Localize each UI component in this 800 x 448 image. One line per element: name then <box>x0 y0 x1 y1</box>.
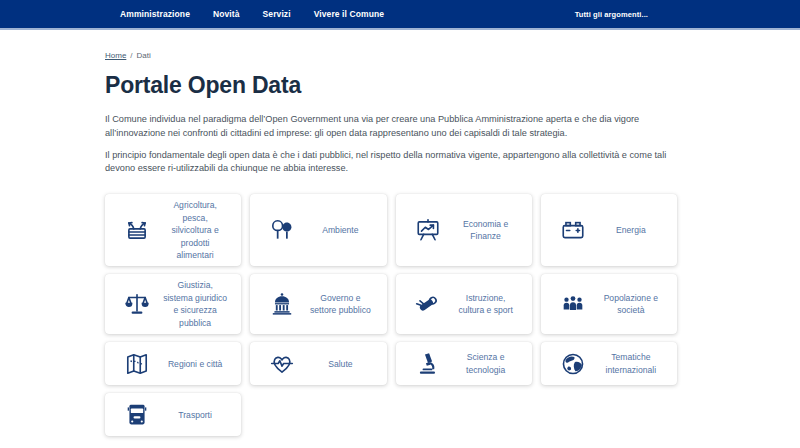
intro-text: Il Comune individua nel paradigma dell’O… <box>105 113 677 176</box>
bus-icon <box>111 402 163 428</box>
scales-icon <box>111 291 163 317</box>
breadcrumb-home-link[interactable]: Home <box>105 51 126 60</box>
intro-paragraph-2: Il principio fondamentale degli open dat… <box>105 149 677 177</box>
category-label: Istruzione, cultura e sport <box>454 292 526 317</box>
nav-item-novita[interactable]: Novità <box>213 9 240 19</box>
nav-item-amministrazione[interactable]: Amministrazione <box>120 9 190 19</box>
heart-pulse-icon <box>256 351 308 377</box>
people-icon <box>547 291 599 317</box>
trees-icon <box>256 217 308 243</box>
breadcrumb-current: Dati <box>137 51 151 60</box>
breadcrumb-separator: / <box>130 51 132 60</box>
category-label: Agricoltura, pesca, silvicoltura e prodo… <box>163 199 235 261</box>
globe-icon <box>547 351 599 377</box>
category-card-istruzione[interactable]: Istruzione, cultura e sport <box>396 274 532 334</box>
all-topics-link[interactable]: Tutti gli argomenti... <box>575 10 648 19</box>
folded-map-icon <box>111 351 163 377</box>
category-card-agricoltura[interactable]: Agricoltura, pesca, silvicoltura e prodo… <box>105 194 241 266</box>
category-card-trasporti[interactable]: Trasporti <box>105 393 241 436</box>
nav-item-servizi[interactable]: Servizi <box>263 9 291 19</box>
category-label: Ambiente <box>308 224 380 236</box>
breadcrumb: Home/Dati <box>105 51 677 60</box>
category-card-popolazione[interactable]: Popolazione e società <box>541 274 677 334</box>
category-label: Trasporti <box>163 409 235 421</box>
category-label: Energia <box>599 224 671 236</box>
battery-icon <box>547 217 599 243</box>
category-label: Tematiche internazionali <box>599 351 671 376</box>
category-card-giustizia[interactable]: Giustizia, sistema giuridico e sicurezza… <box>105 274 241 334</box>
category-card-tematiche[interactable]: Tematiche internazionali <box>541 342 677 385</box>
category-card-energia[interactable]: Energia <box>541 194 677 266</box>
diploma-icon <box>402 291 454 317</box>
government-building-icon <box>256 291 308 317</box>
nav-item-vivere-il-comune[interactable]: Vivere il Comune <box>314 9 384 19</box>
category-card-economia[interactable]: Economia e Finanze <box>396 194 532 266</box>
top-navigation: Amministrazione Novità Servizi Vivere il… <box>0 0 800 30</box>
category-label: Regioni e città <box>163 358 235 370</box>
category-label: Economia e Finanze <box>454 218 526 243</box>
category-label: Salute <box>308 358 380 370</box>
intro-paragraph-1: Il Comune individua nel paradigma dell’O… <box>105 113 677 141</box>
category-label: Popolazione e società <box>599 292 671 317</box>
category-label: Giustizia, sistema giuridico e sicurezza… <box>163 279 235 329</box>
category-card-scienza[interactable]: Scienza e tecnologia <box>396 342 532 385</box>
nav-items: Amministrazione Novità Servizi Vivere il… <box>120 9 384 19</box>
category-grid: Agricoltura, pesca, silvicoltura e prodo… <box>105 194 677 436</box>
category-label: Governo e settore pubblico <box>308 292 380 317</box>
main-content: Home/Dati Portale Open Data Il Comune in… <box>105 51 677 448</box>
category-card-salute[interactable]: Salute <box>250 342 386 385</box>
crate-plants-icon <box>111 217 163 243</box>
category-label: Scienza e tecnologia <box>454 351 526 376</box>
microscope-icon <box>402 351 454 377</box>
category-card-ambiente[interactable]: Ambiente <box>250 194 386 266</box>
page-title: Portale Open Data <box>105 72 677 99</box>
chart-presentation-icon <box>402 217 454 243</box>
category-card-governo[interactable]: Governo e settore pubblico <box>250 274 386 334</box>
category-card-regioni[interactable]: Regioni e città <box>105 342 241 385</box>
